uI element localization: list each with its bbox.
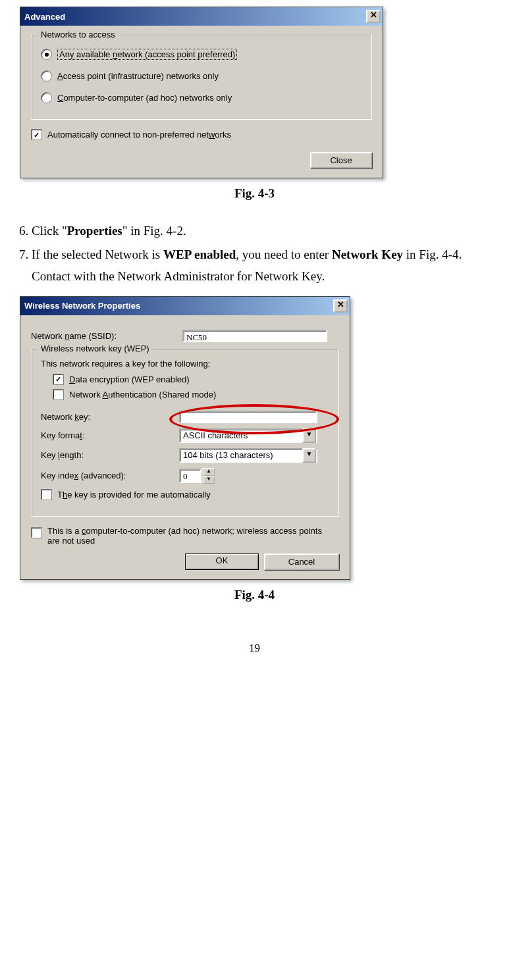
checkbox-icon: [31, 129, 42, 140]
wireless-properties-title: Wireless Network Properties: [24, 301, 140, 311]
figure-caption-4-3: Fig. 4-3: [13, 186, 496, 201]
key-index-value[interactable]: 0: [179, 469, 201, 483]
wireless-properties-dialog: Wireless Network Properties ✕ Network na…: [20, 296, 350, 580]
radio-icon: [41, 70, 52, 82]
checkbox-key-auto-label: The key is provided for me automatically: [57, 490, 211, 500]
ok-button[interactable]: OK: [185, 554, 259, 570]
checkbox-adhoc-label: This is a computer-to-computer (ad hoc) …: [47, 526, 324, 546]
close-icon[interactable]: ✕: [333, 299, 348, 313]
network-key-label: Network key:: [41, 412, 179, 422]
key-length-value: 104 bits (13 characters): [183, 450, 273, 460]
page-number: 19: [13, 642, 496, 655]
checkbox-key-auto[interactable]: The key is provided for me automatically: [41, 489, 329, 500]
advanced-titlebar[interactable]: Advanced ✕: [20, 7, 383, 26]
checkbox-shared-mode-label: Network Authentication (Shared mode): [69, 390, 216, 400]
cancel-button[interactable]: Cancel: [264, 554, 339, 570]
checkbox-icon: [53, 374, 64, 385]
key-format-label: Key format:: [41, 430, 179, 440]
wep-group-legend: Wireless network key (WEP): [38, 344, 152, 353]
checkbox-wep-enabled[interactable]: Data encryption (WEP enabled): [53, 374, 329, 385]
wep-group: Wireless network key (WEP) This network …: [31, 349, 339, 517]
chevron-down-icon: ▼: [302, 428, 316, 443]
radio-adhoc-only[interactable]: Computer-to-computer (ad hoc) networks o…: [41, 92, 362, 103]
step-7: If the selected Network is WEP enabled, …: [32, 244, 496, 287]
radio-icon: [41, 92, 52, 103]
checkbox-icon: [41, 489, 52, 500]
radio-any-network[interactable]: Any available network (access point pref…: [41, 49, 362, 60]
figure-caption-4-4: Fig. 4-4: [13, 588, 496, 602]
step-6: Click "Properties" in Fig. 4-2.: [32, 220, 496, 242]
key-index-spinner[interactable]: 0 ▲ ▼: [179, 468, 215, 484]
checkbox-icon: [31, 527, 42, 538]
instruction-list: Click "Properties" in Fig. 4-2. If the s…: [13, 220, 496, 287]
checkbox-adhoc[interactable]: This is a computer-to-computer (ad hoc) …: [31, 526, 339, 546]
advanced-dialog: Advanced ✕ Networks to access Any availa…: [20, 7, 383, 178]
radio-adhoc-only-label: Computer-to-computer (ad hoc) networks o…: [57, 93, 232, 103]
key-format-value: ASCII characters: [183, 430, 248, 440]
ssid-input[interactable]: NC50: [182, 330, 327, 342]
networks-to-access-legend: Networks to access: [38, 30, 118, 39]
key-length-label: Key length:: [41, 450, 179, 460]
checkbox-icon: [53, 389, 64, 400]
key-format-select[interactable]: ASCII characters ▼: [179, 428, 317, 443]
network-key-input[interactable]: [179, 411, 317, 423]
close-icon[interactable]: ✕: [366, 10, 381, 23]
checkbox-shared-mode[interactable]: Network Authentication (Shared mode): [53, 389, 329, 400]
checkbox-auto-connect[interactable]: Automatically connect to non-preferred n…: [31, 129, 372, 140]
key-index-label: Key index (advanced):: [41, 471, 179, 480]
advanced-title: Advanced: [24, 12, 65, 22]
close-button[interactable]: Close: [310, 152, 372, 168]
spin-up-icon[interactable]: ▲: [203, 468, 215, 476]
wireless-properties-titlebar[interactable]: Wireless Network Properties ✕: [20, 297, 350, 315]
radio-icon: [41, 49, 52, 60]
wep-intro-text: This network requires a key for the foll…: [41, 359, 329, 369]
checkbox-wep-enabled-label: Data encryption (WEP enabled): [69, 374, 190, 384]
spin-down-icon[interactable]: ▼: [203, 476, 215, 484]
networks-to-access-group: Networks to access Any available network…: [31, 35, 372, 120]
key-length-select[interactable]: 104 bits (13 characters) ▼: [179, 448, 317, 463]
ssid-label: Network name (SSID):: [31, 331, 182, 341]
chevron-down-icon: ▼: [302, 448, 316, 463]
checkbox-auto-connect-label: Automatically connect to non-preferred n…: [47, 130, 231, 140]
radio-access-point-only[interactable]: Access point (infrastructure) networks o…: [41, 70, 362, 82]
radio-access-point-only-label: Access point (infrastructure) networks o…: [57, 71, 219, 81]
radio-any-network-label: Any available network (access point pref…: [57, 49, 237, 60]
